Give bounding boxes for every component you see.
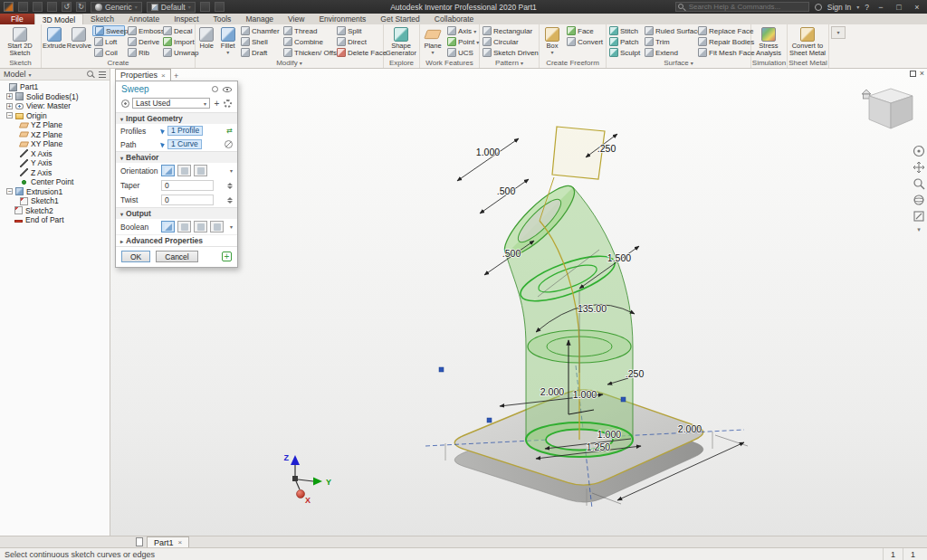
repair-bodies-button[interactable]: Repair Bodies bbox=[696, 36, 750, 47]
ribbon-options-button[interactable]: ▾ bbox=[831, 26, 846, 39]
navigation-wheel-icon[interactable] bbox=[913, 145, 925, 157]
dimension-label[interactable]: 2.000 bbox=[540, 386, 564, 397]
material-dropdown[interactable]: Generic ▾ bbox=[91, 2, 142, 13]
start-2d-sketch-button[interactable]: Start 2D Sketch bbox=[1, 25, 39, 57]
options-icon[interactable] bbox=[215, 2, 225, 12]
dimension-label[interactable]: .250 bbox=[597, 143, 616, 154]
freeform-convert-button[interactable]: Convert bbox=[565, 36, 605, 47]
group-label-sketch[interactable]: Sketch bbox=[9, 59, 31, 67]
boolean-join-button[interactable] bbox=[161, 221, 175, 233]
open-file-icon[interactable] bbox=[33, 2, 43, 12]
pin-icon[interactable] bbox=[212, 86, 218, 92]
group-label-create-freeform[interactable]: Create Freeform bbox=[546, 59, 599, 67]
tree-item-part[interactable]: Part1 bbox=[0, 82, 110, 92]
point-button[interactable]: Point▾ bbox=[445, 36, 478, 47]
tab-sketch[interactable]: Sketch bbox=[83, 14, 121, 24]
group-label-sheet-metal[interactable]: Sheet Metal bbox=[788, 59, 827, 67]
close-document-icon[interactable]: × bbox=[920, 71, 924, 77]
section-behavior[interactable]: ▾ Behavior bbox=[116, 151, 237, 163]
rib-button[interactable]: Rib bbox=[126, 47, 160, 58]
sculpt-button[interactable]: Sculpt bbox=[607, 47, 642, 58]
ok-button[interactable]: OK bbox=[121, 251, 150, 262]
tree-item-extrusion1[interactable]: −Extrusion1 bbox=[0, 187, 110, 197]
tree-item-yz-plane[interactable]: YZ Plane bbox=[0, 120, 110, 130]
plane-button[interactable]: Plane ▾ bbox=[421, 25, 444, 54]
extend-button[interactable]: Extend bbox=[643, 47, 695, 58]
fillet-button[interactable]: Fillet ▾ bbox=[218, 25, 239, 54]
viewcube-home-icon[interactable] bbox=[862, 90, 871, 94]
rectangular-pattern-button[interactable]: Rectangular bbox=[481, 25, 537, 36]
coil-button[interactable]: Coil bbox=[92, 47, 125, 58]
tree-item-y-axis[interactable]: Y Axis bbox=[0, 158, 110, 168]
gear-icon[interactable] bbox=[224, 100, 232, 108]
cancel-button[interactable]: Cancel bbox=[156, 251, 197, 262]
close-icon[interactable]: × bbox=[161, 71, 166, 80]
thicken-offset-button[interactable]: Thicken/ Offset bbox=[282, 47, 334, 58]
tab-get-started[interactable]: Get Started bbox=[373, 14, 426, 24]
section-advanced-properties[interactable]: ▸ Advanced Properties bbox=[116, 234, 237, 246]
patch-button[interactable]: Patch bbox=[607, 36, 642, 47]
document-icon[interactable] bbox=[136, 537, 143, 546]
app-icon[interactable] bbox=[4, 2, 14, 12]
tab-annotate[interactable]: Annotate bbox=[121, 14, 167, 24]
tree-item-view-master[interactable]: +View: Master bbox=[0, 101, 110, 111]
tree-item-z-axis[interactable]: Z Axis bbox=[0, 168, 110, 178]
direct-button[interactable]: Direct bbox=[335, 36, 382, 47]
tab-inspect[interactable]: Inspect bbox=[167, 14, 205, 24]
tab-file[interactable]: File bbox=[0, 14, 34, 24]
split-button[interactable]: Split bbox=[335, 25, 382, 36]
group-label-modify[interactable]: Modify bbox=[276, 59, 298, 67]
dimension-label[interactable]: 1.000 bbox=[476, 147, 500, 157]
extrude-button[interactable]: Extrude bbox=[43, 25, 66, 50]
expander-icon[interactable]: − bbox=[6, 188, 13, 195]
navbar-more-icon[interactable]: ▾ bbox=[917, 226, 921, 233]
dimension-label[interactable]: 135.00 bbox=[578, 303, 607, 314]
tree-item-x-axis[interactable]: X Axis bbox=[0, 149, 110, 159]
dimension-label[interactable]: 2.000 bbox=[678, 423, 702, 434]
emboss-button[interactable]: Emboss bbox=[126, 25, 160, 36]
replace-face-button[interactable]: Replace Face bbox=[696, 25, 750, 36]
group-label-surface[interactable]: Surface bbox=[664, 59, 689, 67]
tree-item-center-point[interactable]: Center Point bbox=[0, 177, 110, 187]
twist-stepper[interactable] bbox=[227, 197, 233, 204]
sweep-button[interactable]: Sweep bbox=[92, 25, 125, 36]
import-button[interactable]: Import bbox=[161, 36, 197, 47]
orbit-icon[interactable] bbox=[913, 194, 925, 206]
save-icon[interactable] bbox=[47, 2, 57, 12]
tab-environments[interactable]: Environments bbox=[311, 14, 373, 24]
group-label-pattern[interactable]: Pattern bbox=[495, 59, 519, 67]
taper-stepper[interactable] bbox=[227, 183, 233, 189]
derive-button[interactable]: Derive bbox=[126, 36, 160, 47]
loft-button[interactable]: Loft bbox=[92, 36, 125, 47]
combine-button[interactable]: Combine bbox=[282, 36, 334, 47]
chevron-down-icon[interactable]: ▾ bbox=[29, 71, 32, 78]
dimension-label[interactable]: .500 bbox=[497, 185, 516, 196]
section-output[interactable]: ▾ Output bbox=[116, 207, 237, 219]
redo-icon[interactable]: ↻ bbox=[76, 2, 86, 12]
browser-menu-icon[interactable] bbox=[99, 71, 106, 78]
look-at-icon[interactable] bbox=[913, 210, 925, 223]
expander-icon[interactable]: + bbox=[6, 103, 13, 109]
chamfer-button[interactable]: Chamfer bbox=[239, 25, 281, 36]
orientation-guide-button[interactable] bbox=[194, 165, 207, 176]
tree-item-solid-bodies[interactable]: +Solid Bodies(1) bbox=[0, 92, 110, 102]
browser-title[interactable]: Model bbox=[4, 70, 26, 79]
restore-window-icon[interactable] bbox=[910, 71, 916, 77]
hole-button[interactable]: Hole bbox=[196, 25, 217, 50]
tree-item-origin[interactable]: −Origin bbox=[0, 111, 110, 121]
decal-button[interactable]: Decal bbox=[161, 25, 197, 36]
dimension-label[interactable]: .250 bbox=[626, 368, 645, 379]
tab-collaborate[interactable]: Collaborate bbox=[427, 14, 481, 24]
group-overflow-chevron[interactable]: ▾ bbox=[691, 60, 693, 66]
profiles-selection-chip[interactable]: 1 Profile bbox=[167, 126, 203, 136]
minimize-button[interactable]: − bbox=[874, 3, 887, 12]
ruled-surface-button[interactable]: Ruled Surface bbox=[643, 25, 695, 36]
chevron-down-icon[interactable]: ▾ bbox=[230, 167, 233, 174]
maximize-button[interactable]: □ bbox=[893, 3, 905, 12]
dimension-label[interactable]: 1.250 bbox=[587, 441, 610, 452]
browser-search-icon[interactable] bbox=[87, 71, 95, 79]
properties-tab[interactable]: Properties × bbox=[115, 69, 171, 81]
chevron-down-icon[interactable]: ▾ bbox=[230, 223, 233, 230]
add-tab-button[interactable]: + bbox=[171, 71, 182, 81]
ucs-button[interactable]: UCS bbox=[445, 47, 478, 58]
